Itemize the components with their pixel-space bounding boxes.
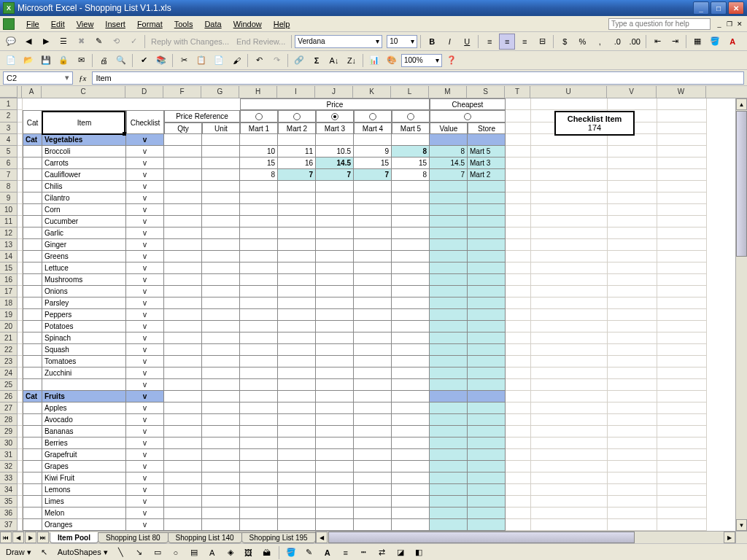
menu-insert[interactable]: Insert <box>99 18 131 30</box>
cell[interactable] <box>608 169 657 181</box>
cell[interactable] <box>392 402 430 414</box>
cell[interactable] <box>392 368 430 379</box>
increase-decimal-button[interactable]: .0 <box>609 34 625 50</box>
email-icon[interactable]: ✉ <box>73 52 89 69</box>
cell[interactable] <box>608 368 657 379</box>
font-color-button[interactable]: A <box>724 34 740 50</box>
cell[interactable] <box>430 356 468 368</box>
cell[interactable] <box>164 158 202 169</box>
cell[interactable] <box>240 449 278 461</box>
cell[interactable] <box>18 391 23 402</box>
drawing-icon[interactable]: 🎨 <box>384 52 400 69</box>
cell[interactable] <box>430 519 468 531</box>
cell[interactable]: Mart 5 <box>392 122 430 134</box>
cell[interactable] <box>240 461 278 472</box>
cell[interactable]: Store <box>468 122 506 134</box>
cell[interactable] <box>608 496 657 508</box>
cell[interactable] <box>240 426 278 438</box>
cell[interactable] <box>531 344 608 356</box>
scroll-h-thumb[interactable] <box>328 532 635 543</box>
cell[interactable] <box>657 262 707 274</box>
arrow-icon[interactable]: ↘ <box>131 545 147 561</box>
draw-menu[interactable]: Draw ▾ <box>3 548 34 557</box>
cell[interactable] <box>608 192 657 204</box>
cell[interactable]: Mart 2 <box>278 122 316 134</box>
cell[interactable] <box>278 192 316 204</box>
cell[interactable] <box>278 379 316 391</box>
cell[interactable] <box>392 519 430 531</box>
cell[interactable] <box>23 519 42 531</box>
cell[interactable] <box>278 216 316 228</box>
cell[interactable]: v <box>126 146 164 158</box>
cell[interactable] <box>657 356 707 368</box>
cell[interactable] <box>354 274 392 286</box>
cell[interactable] <box>18 146 23 158</box>
hyperlink-icon[interactable]: 🔗 <box>291 52 307 69</box>
cell[interactable] <box>531 181 608 192</box>
cell[interactable] <box>278 368 316 379</box>
cell[interactable] <box>23 192 42 204</box>
cell[interactable]: v <box>126 438 164 449</box>
cell[interactable] <box>392 508 430 519</box>
cell[interactable] <box>164 379 202 391</box>
cell[interactable] <box>531 356 608 368</box>
cell[interactable]: 8 <box>392 169 430 181</box>
cell[interactable] <box>202 402 240 414</box>
cell[interactable] <box>430 496 468 508</box>
cell[interactable] <box>608 508 657 519</box>
cell[interactable]: Limes <box>42 496 126 508</box>
cell[interactable] <box>202 192 240 204</box>
cell[interactable] <box>18 519 23 531</box>
clipart-icon[interactable]: 🖼 <box>241 545 257 561</box>
cell[interactable]: Mart 2 <box>468 169 506 181</box>
menu-edit[interactable]: Edit <box>45 18 71 30</box>
cell[interactable] <box>506 122 531 134</box>
cell[interactable] <box>23 228 42 239</box>
font-color-draw-icon[interactable]: A <box>320 545 336 561</box>
chart-icon[interactable]: 📊 <box>366 52 382 69</box>
cell[interactable] <box>278 181 316 192</box>
cell[interactable] <box>202 262 240 274</box>
cell[interactable] <box>18 496 23 508</box>
cell[interactable]: Grapefruit <box>42 449 126 461</box>
cell[interactable] <box>506 98 531 110</box>
cell[interactable] <box>316 216 354 228</box>
row-header[interactable]: 33 <box>0 472 18 484</box>
cell[interactable] <box>354 391 392 402</box>
column-header-F[interactable]: F <box>163 86 201 98</box>
cell[interactable] <box>506 414 531 426</box>
cell[interactable] <box>506 344 531 356</box>
cell[interactable] <box>657 146 707 158</box>
cell[interactable] <box>202 216 240 228</box>
cell[interactable] <box>354 286 392 298</box>
cell[interactable] <box>468 449 506 461</box>
row-header[interactable]: 4 <box>0 134 18 146</box>
cell[interactable]: 7 <box>430 169 468 181</box>
cell[interactable] <box>202 134 240 146</box>
cell[interactable] <box>164 262 202 274</box>
cell[interactable] <box>202 239 240 251</box>
column-header-H[interactable]: H <box>239 86 277 98</box>
cell[interactable] <box>608 426 657 438</box>
cell[interactable]: Lemons <box>42 484 126 496</box>
cheapest-radio[interactable] <box>464 113 471 120</box>
cell[interactable] <box>531 368 608 379</box>
cell[interactable] <box>608 402 657 414</box>
cell[interactable] <box>531 519 608 531</box>
cell[interactable] <box>657 344 707 356</box>
cell[interactable] <box>240 519 278 531</box>
cell[interactable] <box>354 321 392 332</box>
cell[interactable] <box>23 379 42 391</box>
cell[interactable] <box>354 239 392 251</box>
cell[interactable] <box>468 134 506 146</box>
cell[interactable] <box>354 332 392 344</box>
cell[interactable] <box>392 286 430 298</box>
cell[interactable] <box>392 262 430 274</box>
cell[interactable] <box>316 251 354 262</box>
cell[interactable] <box>657 309 707 321</box>
cell[interactable]: Cat <box>23 134 42 146</box>
cell[interactable] <box>18 262 23 274</box>
price-radio-2[interactable] <box>331 113 338 120</box>
cell[interactable] <box>240 262 278 274</box>
cell[interactable] <box>278 484 316 496</box>
